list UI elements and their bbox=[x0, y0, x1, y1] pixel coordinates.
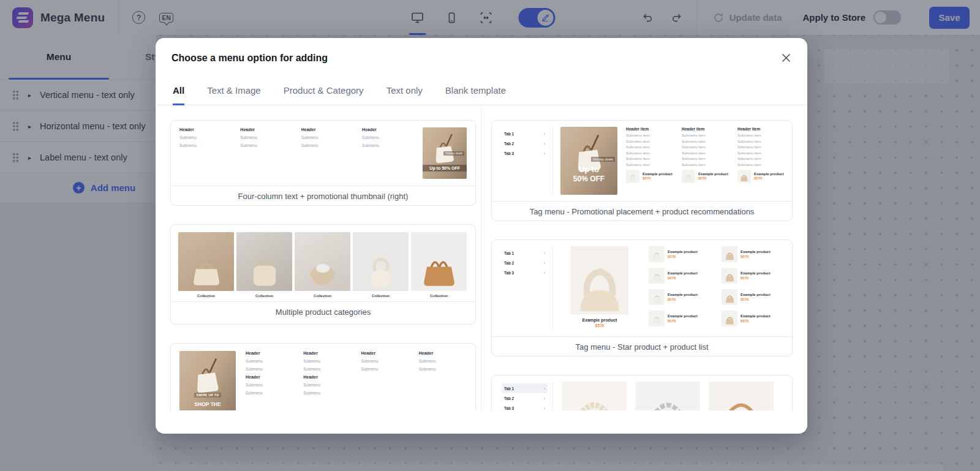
template-caption: Tag menu - Promotional placement + produ… bbox=[492, 201, 792, 221]
product-image bbox=[635, 382, 700, 410]
choose-menu-modal: Choose a menu option for adding All Text… bbox=[156, 38, 807, 434]
promo-thumbnail: Holiday deals Up to 50% OFF bbox=[423, 127, 467, 179]
product-image bbox=[709, 382, 774, 410]
product-thumb bbox=[737, 170, 751, 183]
modal-tab-all[interactable]: All bbox=[173, 85, 184, 105]
app-window: Mega Menu ? EN bbox=[0, 0, 980, 471]
bag-image bbox=[650, 314, 663, 326]
product-thumb bbox=[722, 246, 737, 262]
bag-image bbox=[650, 292, 663, 305]
modal-tabs: All Text & Image Product & Category Text… bbox=[156, 85, 807, 105]
close-icon[interactable] bbox=[781, 53, 791, 66]
product-thumb bbox=[649, 311, 665, 326]
bag-image bbox=[627, 172, 638, 183]
bag-image bbox=[187, 253, 225, 291]
bag-image bbox=[683, 172, 694, 183]
modal-tab-blank[interactable]: Blank template bbox=[445, 85, 506, 105]
product-thumb bbox=[626, 170, 639, 183]
template-card-tag-promo-recommendations[interactable]: Tab 1› Tab 2› Tab 3› Holiday deals Up to… bbox=[491, 120, 793, 221]
template-caption: Multiple product categories bbox=[171, 301, 475, 322]
tag-list: Tab 1› Tab 2› Tab 3› bbox=[499, 382, 553, 410]
bag-image bbox=[723, 249, 736, 262]
template-card-tag-star-product[interactable]: Tab 1› Tab 2› Tab 3› Example product $57… bbox=[491, 239, 793, 356]
modal-tab-text-only[interactable]: Text only bbox=[386, 85, 423, 105]
bag-image bbox=[723, 314, 736, 326]
product-thumb bbox=[722, 289, 737, 305]
column-divider bbox=[481, 105, 481, 410]
bag-image bbox=[303, 252, 342, 291]
modal-title: Choose a menu option for adding bbox=[172, 53, 328, 64]
product-thumb bbox=[649, 268, 665, 284]
bag-image bbox=[723, 292, 736, 305]
template-caption: Tag menu - Star product + product list bbox=[492, 336, 792, 356]
template-list: HeaderSubmenuSubmenu HeaderSubmenuSubmen… bbox=[156, 105, 807, 410]
modal-tab-product-category[interactable]: Product & Category bbox=[284, 85, 364, 105]
bag-image bbox=[739, 172, 750, 183]
product-thumb bbox=[649, 246, 665, 262]
bag-image bbox=[723, 271, 736, 284]
promo-thumbnail: SWIPE UP TO SHOP THE SALE bbox=[179, 351, 236, 410]
modal-tab-text-image[interactable]: Text & Image bbox=[207, 85, 261, 105]
bag-image bbox=[650, 271, 663, 284]
template-card-tag-menu[interactable]: Tab 1› Tab 2› Tab 3› bbox=[491, 375, 793, 410]
template-caption: Four-column text + promotional thumbnail… bbox=[171, 186, 475, 206]
product-thumb bbox=[682, 170, 695, 183]
bag-image bbox=[244, 251, 285, 291]
product-thumb bbox=[722, 311, 737, 326]
template-card-four-column-promo[interactable]: HeaderSubmenuSubmenu HeaderSubmenuSubmen… bbox=[170, 120, 476, 206]
bag-image bbox=[419, 251, 459, 291]
template-card-product-categories[interactable]: Collection Collection Collection Collect… bbox=[170, 224, 476, 325]
star-product: Example product $570 bbox=[560, 246, 639, 330]
product-image bbox=[562, 382, 627, 410]
template-card-promo-left-text[interactable]: SWIPE UP TO SHOP THE SALE HeaderSubmenuS… bbox=[170, 343, 476, 410]
product-thumb bbox=[649, 289, 665, 305]
bag-image bbox=[574, 263, 625, 315]
bag-image bbox=[650, 249, 663, 262]
promo-thumbnail: Holiday deals Up to 50% OFF bbox=[560, 127, 617, 195]
product-thumb bbox=[722, 268, 737, 284]
tag-list: Tab 1› Tab 2› Tab 3› bbox=[499, 246, 553, 330]
bag-image bbox=[363, 254, 399, 291]
tag-list: Tab 1› Tab 2› Tab 3› bbox=[499, 127, 553, 195]
